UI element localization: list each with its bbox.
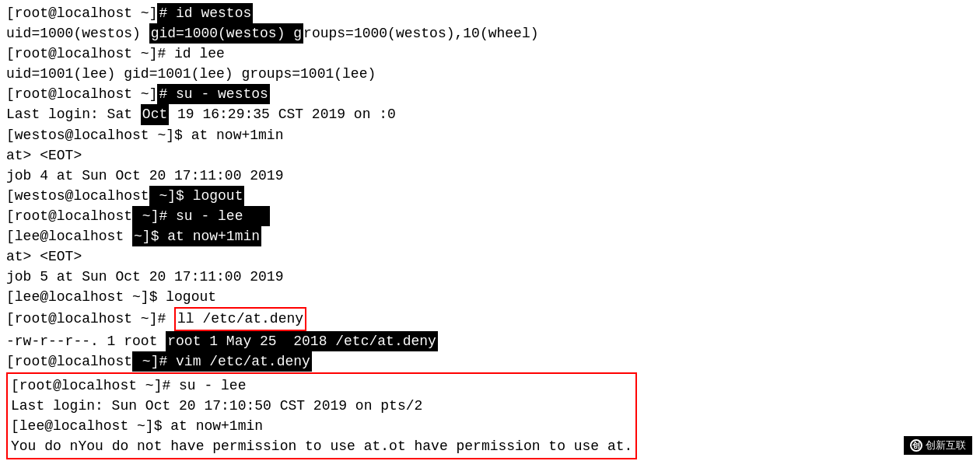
terminal-line: [lee@localhost ~]$ at now+1min	[11, 416, 632, 436]
terminal-line: [lee@localhost ~]$ logout	[6, 287, 974, 307]
terminal-line: [root@localhost ~]# id westos	[6, 3, 974, 23]
terminal-line: [root@localhost ~]# su - lee	[6, 206, 974, 226]
terminal-line: [root@localhost ~]# ll /etc/at.deny	[6, 307, 974, 330]
to-text: to	[548, 438, 565, 454]
terminal-line: [root@localhost ~]# su - lee	[11, 375, 632, 396]
highlight-command: ~]# su - lee	[132, 206, 270, 226]
highlight-root: root 1 May 25 2018 /etc/at.deny	[166, 331, 438, 351]
red-box-block: [root@localhost ~]# su - lee Last login:…	[6, 372, 637, 459]
terminal-line: job 4 at Sun Oct 20 17:11:00 2019	[6, 166, 974, 186]
watermark-icon: 创	[910, 439, 922, 452]
terminal-line: Last login: Sat Oct 19 16:29:35 CST 2019…	[6, 104, 974, 124]
terminal-window: [root@localhost ~]# id westos uid=1000(w…	[0, 0, 980, 461]
terminal-line: uid=1001(lee) gid=1001(lee) groups=1001(…	[6, 64, 974, 84]
terminal-line: [root@localhost ~]# vim /etc/at.deny	[6, 351, 974, 372]
terminal-line: [lee@localhost ~]$ at now+1min	[6, 226, 974, 246]
highlight-logout: ~]$ logout	[149, 186, 245, 206]
highlight-command: # su - westos	[157, 84, 269, 104]
terminal-line: job 5 at Sun Oct 20 17:11:00 2019	[6, 267, 974, 287]
highlight-command: gid=1000(westos) g	[149, 23, 303, 44]
terminal-line: uid=1000(westos) gid=1000(westos) groups…	[6, 23, 974, 44]
terminal-line: You do nYou do not have permission to us…	[11, 436, 632, 456]
terminal-line: at> <EOT>	[6, 145, 974, 166]
highlight-atcmd: ~]$ at now+1min	[132, 226, 261, 246]
highlight-vim: ~]# vim /etc/at.deny	[132, 351, 312, 372]
terminal-line: at> <EOT>	[6, 246, 974, 267]
watermark-text: 创新互联	[926, 438, 966, 452]
terminal-line: [westos@localhost ~]$ at now+1min	[6, 125, 974, 145]
terminal-line: [root@localhost ~]# id lee	[6, 44, 974, 64]
highlight-oct: Oct	[141, 104, 169, 124]
highlight-command: # id westos	[157, 3, 253, 23]
permission-text: You do not have permission to use at.	[78, 438, 389, 454]
watermark: 创 创新互联	[904, 436, 972, 455]
terminal-line: -rw-r--r--. 1 root root 1 May 25 2018 /e…	[6, 331, 974, 351]
terminal-line: Last login: Sun Oct 20 17:10:50 CST 2019…	[11, 396, 632, 416]
terminal-line: [westos@localhost ~]$ logout	[6, 186, 974, 206]
terminal-line: [root@localhost ~]# su - westos	[6, 84, 974, 104]
highlight-red-command: ll /etc/at.deny	[174, 307, 306, 330]
